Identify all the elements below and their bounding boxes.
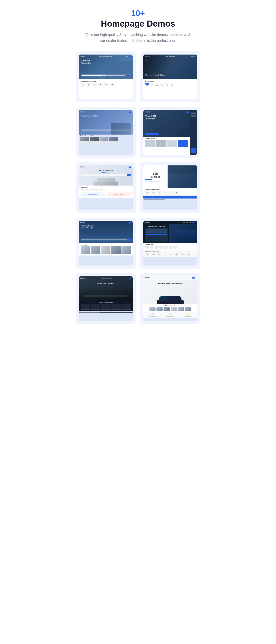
demo5-tabs — [101, 172, 110, 172]
demo5-type-row: SUV Sedan Hatchback Coupe — [81, 189, 131, 192]
matter-text-3: Trusted Car Dealership — [184, 316, 191, 317]
type-icon-suv — [150, 83, 154, 85]
brand-audi: ⊚ Audi — [81, 83, 85, 88]
type-item-suv: SUV — [81, 189, 84, 192]
vw-name: Volkswagen — [110, 86, 114, 88]
type-img-4 — [111, 246, 120, 254]
demo-card-9[interactable]: BOXCARS Search Less. Live More. — [76, 273, 136, 324]
demo7-nav: BOXCARS — [80, 222, 131, 224]
explore-1 — [145, 140, 156, 147]
section-header: 10+ Homepage Demos View our high quality… — [76, 9, 200, 43]
demo-card-6[interactable]: Available 4,675Vehicles — [140, 162, 200, 213]
demo1-brands-title: Explore Our Premium Brands — [81, 80, 131, 82]
lifestyle-car-5 — [121, 304, 131, 309]
demo8-field-1 — [146, 229, 167, 230]
matter-text-2: Guaranteed Savings Offers — [166, 316, 174, 317]
demo3-suv-title: The Most Searched SUV Cars — [80, 136, 131, 136]
demo7-search — [81, 238, 131, 240]
demo7-nav-links — [102, 223, 111, 223]
demo1-brands-row: ⊚ Audi ◉ BMW ⬭ Ford ✦ Me — [81, 83, 131, 88]
mercedes-name: Mercedes — [99, 86, 102, 88]
demo1-nav: BOXCARS — [80, 56, 131, 58]
demo9-hero: BOXCARS Search Less. Live More. — [79, 276, 133, 301]
suv-img-1 — [80, 137, 89, 141]
buy-car-link: Are You Looking For a Car? — [81, 192, 105, 196]
demo5-links: Are You Looking For a Car? Do You Want t… — [81, 192, 131, 196]
lifestyle-car-1 — [81, 304, 90, 309]
demo9-headline: Search Less. Live More. — [97, 283, 115, 284]
demo4-sidebar — [190, 110, 197, 155]
suv-img-4 — [109, 137, 118, 141]
demo6-brands: Explore Our Premium Brands ⊚ ◉ ⬭ ✦ ◈ Ⓦ — [143, 188, 197, 196]
demo-card-inner-1: BOXCARS Find YourPerfect Car — [79, 54, 133, 99]
demo8-form-area: Let's Find Your Perfect Car — [143, 224, 169, 243]
demo8-headline: Let's Find Your Perfect Car — [145, 226, 168, 227]
sidebar-item-1 — [191, 112, 196, 112]
demo-card-5[interactable]: BOXCARS Find Your Dream Car — [76, 162, 136, 213]
demo8-brands-title: Explore Our Premium Brands — [145, 250, 195, 252]
demos-grid: BOXCARS Find YourPerfect Car — [76, 52, 200, 324]
demo-card-3[interactable]: BOXCARS Fast, Simple and Easy The Mo — [76, 107, 136, 158]
demo6-brands-row: ⊚ ◉ ⬭ ✦ ◈ Ⓦ — [145, 191, 195, 194]
demo6-ford: ⬭ — [157, 191, 161, 194]
demo2-browse-title: Browse by Type — [145, 80, 195, 82]
demo-card-inner-2: BOXCARS 2024 Mercedes New E-C — [143, 54, 197, 99]
demo4-btn — [145, 133, 159, 135]
explore-4 — [178, 140, 188, 147]
demo4-logo: BOXCARS — [145, 112, 150, 113]
section-desc: View our high quality & eye catching web… — [84, 32, 192, 43]
type-icon-hatch — [155, 83, 159, 85]
demo9-scrollbar — [79, 312, 133, 313]
demo-card-2[interactable]: BOXCARS 2024 Mercedes New E-C — [140, 52, 200, 102]
sell-car-link: Do You Want to Sell a Car? — [107, 192, 131, 196]
page-wrapper: 10+ Homepage Demos View our high quality… — [69, 0, 207, 333]
type-text-coupe: Coupe — [96, 191, 98, 192]
demo7-headline: Find Your PerfectNew or Used Car — [81, 225, 94, 229]
demo9-lifestyle-title: A Vehicle For Every Lifestyle — [81, 302, 131, 303]
demo3-suv-section: The Most Searched SUV Cars SUV SUV SU — [79, 134, 133, 144]
brand-ford: ⬭ Ford — [92, 83, 97, 88]
demo10-car — [157, 295, 184, 304]
demo6-scrollbar — [143, 200, 197, 200]
demo6-btn — [145, 179, 152, 180]
matter-text-1: We're BIG on what matters to you — [148, 316, 158, 317]
body-car-5 — [178, 307, 184, 311]
demo5-browse-title: Browse by Type — [81, 187, 131, 188]
demo1-nav-right — [126, 56, 131, 57]
demo-card-7[interactable]: BOXCARS Find Your PerfectNew or Used Car — [76, 218, 136, 269]
type-text-suv: SUV — [82, 191, 83, 192]
demo9-scrollbar-thumb — [79, 312, 100, 313]
demo3-suv-row: SUV SUV SUV SUV — [80, 137, 131, 143]
demo8-form-fields — [146, 229, 167, 235]
type-icon-sedan — [145, 83, 149, 85]
sidebar-item-4 — [191, 116, 196, 117]
type-label-sedan: Sedan — [146, 85, 148, 86]
demo8-text-2: Sedan — [151, 248, 153, 249]
demo4-explore-grid — [145, 140, 188, 147]
mercedes-logo: ✦ — [98, 83, 103, 86]
type-icon-coupe — [160, 83, 164, 85]
sidebar-btn — [191, 148, 196, 153]
vw-logo: Ⓦ — [110, 83, 114, 86]
bmw-name: BMW — [88, 86, 90, 88]
demo-card-10[interactable]: BOXCARS Find Your Perfect Vehicle Online — [140, 273, 200, 324]
demo-card-1[interactable]: BOXCARS Find YourPerfect Car — [76, 52, 136, 102]
car-label-3 — [101, 309, 110, 310]
demo8-hero: Let's Find Your Perfect Car — [143, 224, 197, 243]
demo4-explore: Explore All Vehicles — [143, 137, 190, 155]
demo6-count: 4,675Vehicles — [145, 173, 166, 178]
demo8-shape-7 — [173, 246, 177, 248]
matter-3: Trusted Car Dealership — [180, 312, 196, 317]
car-label-5 — [121, 309, 131, 310]
demo-card-4[interactable]: BOXCARS Volvo XC90Recharge — [140, 107, 200, 158]
demo6-label: Available — [145, 172, 166, 173]
demo-card-8[interactable]: BOXCARS Let's Find Your Perfect Car — [140, 218, 200, 269]
demo-card-inner-9: BOXCARS Search Less. Live More. — [79, 276, 133, 321]
audi-logo: ⊚ — [81, 83, 85, 86]
sidebar-item-2 — [191, 113, 196, 114]
demo1-hero: BOXCARS Find YourPerfect Car — [79, 54, 133, 79]
jaguar-logo: ◈ — [104, 83, 108, 86]
demo7-hero: BOXCARS Find Your PerfectNew or Used Car — [79, 221, 133, 243]
demo10-headline: Find Your Perfect Vehicle Online — [158, 283, 182, 284]
demo4-headline: Volvo XC90Recharge — [145, 115, 156, 120]
